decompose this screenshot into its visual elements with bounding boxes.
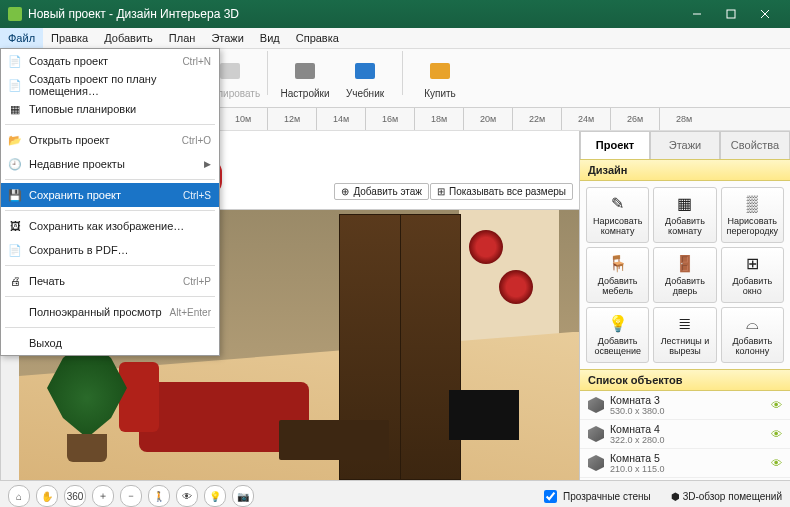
3d-overview-button[interactable]: ⬢3D-обзор помещений [671,491,782,502]
zoom-in-icon[interactable]: ＋ [92,485,114,507]
menu-floors[interactable]: Этажи [203,28,251,48]
file-menu-item[interactable]: 🖼Сохранить как изображение… [1,214,219,238]
ruler-tick: 24м [561,108,610,130]
tab-floors[interactable]: Этажи [650,131,720,159]
object-list-item[interactable]: Комната 5210.0 x 115.0👁 [580,449,790,478]
tool-button[interactable]: 💡Добавитьосвещение [586,307,649,363]
file-menu-item[interactable]: 🖨ПечатьCtrl+P [1,269,219,293]
object-list-item[interactable]: Комната 6210.0 x 230.0👁 [580,478,790,480]
menu-file[interactable]: Файл [0,28,43,48]
tv-3d [449,390,519,440]
file-menu-item[interactable]: Полноэкранный просмотрAlt+Enter [1,300,219,324]
cube-icon [588,426,604,442]
toolbar-settings-button[interactable]: Настройки [276,51,334,105]
toolbar-tutorial-button[interactable]: Учебник [336,51,394,105]
menu-separator [5,327,215,328]
right-panel: Проект Этажи Свойства Дизайн ✎Нарисовать… [579,131,790,480]
tool-icon: 💡 [607,313,629,335]
file-menu-item[interactable]: Выход [1,331,219,355]
menu-item-label: Недавние проекты [29,158,125,170]
menu-item-icon [7,335,23,351]
nav-eye-icon[interactable]: 👁 [176,485,198,507]
ruler-tick: 10м [218,108,267,130]
menu-item-label: Печать [29,275,65,287]
menu-add[interactable]: Добавить [96,28,161,48]
menu-item-label: Типовые планировки [29,103,136,115]
minimize-button[interactable] [680,3,714,25]
menu-item-label: Выход [29,337,62,349]
tool-label: Добавитькомнату [665,217,705,237]
nav-camera-icon[interactable]: 📷 [232,485,254,507]
visibility-icon[interactable]: 👁 [771,428,782,440]
menu-item-shortcut: Alt+Enter [170,307,211,318]
file-menu-item[interactable]: 📄Создать проектCtrl+N [1,49,219,73]
object-list-item[interactable]: Комната 4322.0 x 280.0👁 [580,420,790,449]
coffee-table-3d [279,420,389,460]
menu-item-shortcut: Ctrl+N [182,56,211,67]
menu-item-icon: 📂 [7,132,23,148]
tool-button[interactable]: 🚪Добавитьдверь [653,247,716,303]
tool-button[interactable]: ⊞Добавитьокно [721,247,784,303]
zoom-out-icon[interactable]: － [120,485,142,507]
menu-plan[interactable]: План [161,28,204,48]
tab-project[interactable]: Проект [580,131,650,159]
tool-icon: ▒ [741,193,763,215]
add-floor-button[interactable]: ⊕Добавить этаж [334,183,429,200]
nav-hand-icon[interactable]: ✋ [36,485,58,507]
menu-item-icon: 💾 [7,187,23,203]
tool-button[interactable]: 🪑Добавитьмебель [586,247,649,303]
ruler-tick: 26м [610,108,659,130]
tool-label: Нарисоватькомнату [593,217,642,237]
menu-item-icon: 📄 [7,53,23,69]
nav-walk-icon[interactable]: 🚶 [148,485,170,507]
close-button[interactable] [748,3,782,25]
tool-button[interactable]: ▒Нарисоватьперегородку [721,187,784,243]
visibility-icon[interactable]: 👁 [771,399,782,411]
design-header: Дизайн [580,159,790,181]
nav-light-icon[interactable]: 💡 [204,485,226,507]
toolbar-buy-button[interactable]: Купить [411,51,469,105]
tool-button[interactable]: ▦Добавитькомнату [653,187,716,243]
menu-item-label: Создать проект [29,55,108,67]
menu-view[interactable]: Вид [252,28,288,48]
nav-rotate-icon[interactable]: 360 [64,485,86,507]
ruler-tick: 18м [414,108,463,130]
menu-separator [5,265,215,266]
tool-label: Добавитьмебель [598,277,638,297]
file-menu-item[interactable]: 💾Сохранить проектCtrl+S [1,183,219,207]
submenu-arrow-icon: ▶ [204,159,211,169]
svg-rect-8 [295,63,315,79]
tab-properties[interactable]: Свойства [720,131,790,159]
file-menu-item[interactable]: 📂Открыть проектCtrl+O [1,128,219,152]
nav-home-icon[interactable]: ⌂ [8,485,30,507]
menu-help[interactable]: Справка [288,28,347,48]
file-menu-item[interactable]: 📄Создать проект по плану помещения… [1,73,219,97]
ruler-tick: 12м [267,108,316,130]
tool-button[interactable]: ≣Лестницы ивырезы [653,307,716,363]
plus-icon: ⊕ [341,186,349,197]
cube-icon [588,397,604,413]
tool-label: Добавитьдверь [665,277,705,297]
object-list-item[interactable]: Комната 3530.0 x 380.0👁 [580,391,790,420]
menu-edit[interactable]: Правка [43,28,96,48]
tool-button[interactable]: ✎Нарисоватькомнату [586,187,649,243]
maximize-button[interactable] [714,3,748,25]
objects-header: Список объектов [580,369,790,391]
transparent-walls-checkbox[interactable]: Прозрачные стены [540,487,651,506]
show-all-sizes-button[interactable]: ⊞Показывать все размеры [430,183,573,200]
ruler: 10м12м14м16м18м20м22м24м26м28м [218,108,790,131]
visibility-icon[interactable]: 👁 [771,457,782,469]
tool-label: Нарисоватьперегородку [727,217,779,237]
menu-item-icon: 📄 [7,77,23,93]
menubar: Файл Правка Добавить План Этажи Вид Спра… [0,28,790,49]
menu-item-label: Сохранить как изображение… [29,220,184,232]
cube-icon [588,455,604,471]
menu-item-icon: 📄 [7,242,23,258]
menu-separator [5,179,215,180]
file-menu-item[interactable]: ▦Типовые планировки [1,97,219,121]
tool-button[interactable]: ⌓Добавитьколонну [721,307,784,363]
file-menu-item[interactable]: 🕘Недавние проекты▶ [1,152,219,176]
svg-rect-1 [727,10,735,18]
tool-icon: ✎ [607,193,629,215]
file-menu-item[interactable]: 📄Сохранить в PDF… [1,238,219,262]
